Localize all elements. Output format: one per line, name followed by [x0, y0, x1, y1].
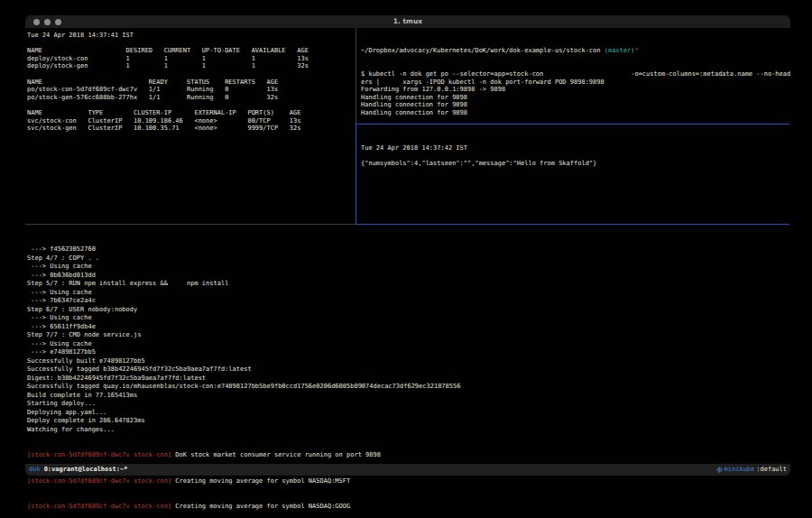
kubernetes-helm-icon	[716, 467, 723, 473]
tmux-content: Tue 24 Apr 2018 14:37:41 IST NAME DESIRE…	[25, 28, 790, 464]
docker-build-output: ---> f45623052760 Step 4/7 : COPY . . --…	[27, 245, 789, 434]
traffic-lights	[33, 19, 61, 25]
titlebar[interactable]: 1. tmux	[25, 15, 790, 28]
prompt-path-line: ~/Dropbox/advocacy/Kubernetes/DoK/work/d…	[361, 47, 789, 55]
kube-namespace: :default	[756, 464, 787, 476]
pod-log-line: [stock-con-5d7df689cf-dwc7v stock-con] D…	[27, 451, 789, 460]
port-forward-output: $ kubectl -n dok get po --selector=app=s…	[361, 70, 789, 117]
git-branch: (master)	[604, 47, 635, 54]
pane-port-forward[interactable]: ~/Dropbox/advocacy/Kubernetes/DoK/work/d…	[361, 32, 789, 133]
cwd-path: ~/Dropbox/advocacy/Kubernetes/DoK/work/d…	[361, 47, 604, 54]
kube-context[interactable]: minikube	[724, 464, 755, 476]
tmux-window-name[interactable]: 0:vagrant@localhost:~*	[44, 464, 128, 476]
pane-divider-vertical[interactable]	[355, 28, 356, 124]
curl-result-output: Tue 24 Apr 2018 14:37:42 IST {"numsymbol…	[361, 144, 789, 168]
tmux-status-bar: dok 0:vagrant@localhost:~* minikube:defa…	[25, 464, 790, 476]
close-button[interactable]	[33, 19, 40, 25]
window-title: 1. tmux	[25, 15, 790, 28]
maximize-button[interactable]	[55, 19, 61, 25]
active-pane-border-bottom[interactable]	[355, 224, 789, 225]
active-pane-border-top[interactable]	[355, 124, 789, 125]
pod-log-prefix: [stock-con-5d7df689cf-dwc7v stock-con]	[27, 477, 171, 485]
tmux-session-name[interactable]: dok	[29, 464, 44, 476]
pod-log-prefix: [stock-con-5d7df689cf-dwc7v stock-con]	[27, 503, 171, 510]
pod-log-prefix: [stock-con-5d7df689cf-dwc7v stock-con]	[27, 451, 171, 458]
pod-log-text: Creating moving average for symbol NASDA…	[171, 503, 350, 510]
pane-kubectl-watch[interactable]: Tue 24 Apr 2018 14:37:41 IST NAME DESIRE…	[27, 32, 355, 133]
pane-curl-result[interactable]: Tue 24 Apr 2018 14:37:42 IST {"numsymbol…	[361, 129, 789, 183]
minimize-button[interactable]	[44, 19, 51, 25]
active-pane-border-left[interactable]	[355, 124, 356, 225]
git-dirty-marker: *	[634, 47, 638, 54]
pod-log-text: DoK stock market consumer service runnin…	[171, 451, 381, 458]
pod-log-line: [stock-con-5d7df689cf-dwc7v stock-con] C…	[27, 477, 789, 486]
pane-divider-horizontal[interactable]	[25, 224, 355, 225]
pod-log-line: [stock-con-5d7df689cf-dwc7v stock-con] C…	[27, 503, 789, 512]
status-right: minikube:default	[716, 464, 787, 476]
pod-log-text: Creating moving average for symbol NASDA…	[171, 477, 350, 485]
terminal-window: 1. tmux Tue 24 Apr 2018 14:37:41 IST NAM…	[25, 15, 790, 476]
